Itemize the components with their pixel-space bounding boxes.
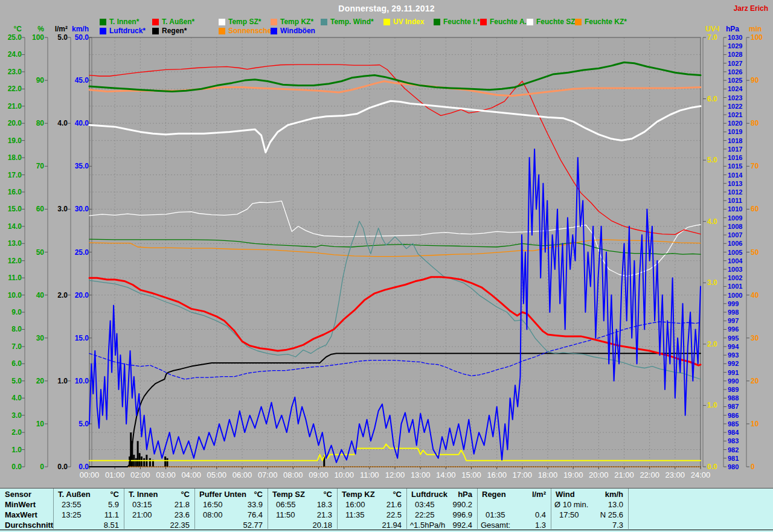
svg-text:60: 60	[751, 205, 759, 213]
svg-text:997: 997	[728, 317, 739, 324]
svg-text:1002: 1002	[728, 274, 742, 281]
svg-text:1027: 1027	[728, 60, 742, 67]
value: 33.9	[194, 500, 263, 510]
svg-text:998: 998	[728, 309, 739, 316]
svg-text:11.0: 11.0	[8, 274, 22, 282]
axis-unit-label: °C	[14, 25, 22, 33]
svg-text:30.0: 30.0	[75, 205, 89, 213]
svg-text:3.0: 3.0	[707, 278, 717, 287]
x-axis-tick-label: 19:00	[563, 470, 583, 479]
x-axis-tick-label: 11:00	[360, 470, 379, 479]
svg-text:70: 70	[36, 162, 45, 170]
x-axis-tick-label: 09:00	[309, 470, 329, 479]
value: 992.4	[406, 521, 472, 530]
legend-item-luftdruck-: Luftdruck*	[100, 27, 146, 34]
svg-text:1023: 1023	[728, 94, 742, 101]
svg-text:0: 0	[751, 463, 755, 471]
legend-item-label: Luftdruck*	[109, 27, 146, 35]
x-axis-tick-label: 22:00	[640, 470, 659, 479]
svg-text:17.0: 17.0	[8, 171, 22, 179]
legend-swatch-icon	[575, 19, 582, 25]
svg-text:12.0: 12.0	[8, 257, 22, 265]
svg-text:10.0: 10.0	[8, 291, 22, 300]
legend-item-feuchte-kz-: Feuchte KZ*	[575, 18, 627, 25]
svg-text:20.0: 20.0	[8, 119, 22, 127]
x-axis-tick-label: 13:00	[411, 470, 431, 479]
svg-text:35.0: 35.0	[75, 162, 89, 170]
row-header: MinWert	[5, 500, 36, 510]
svg-text:1017: 1017	[728, 146, 742, 153]
x-axis-tick-label: 17:00	[513, 470, 533, 479]
sensor-unit: °C	[124, 490, 190, 499]
svg-text:1003: 1003	[728, 266, 742, 273]
svg-text:22.0: 22.0	[8, 85, 22, 93]
x-axis-tick-label: 01:00	[105, 470, 125, 479]
legend-item-label: Feuchte SZ*	[536, 18, 578, 26]
svg-text:5.0: 5.0	[707, 156, 717, 164]
x-axis-tick-label: 06:00	[233, 470, 252, 479]
x-axis-tick-label: 21:00	[614, 470, 634, 479]
x-axis-tick-label: 07:00	[258, 470, 278, 479]
svg-text:18.0: 18.0	[8, 153, 22, 162]
svg-text:989: 989	[728, 386, 739, 393]
stats-table: SensorMinWertMaxWertDurchschnittT. Außen…	[0, 488, 773, 532]
svg-text:1.0: 1.0	[707, 401, 717, 409]
svg-text:3.0: 3.0	[11, 411, 22, 420]
legend-swatch-icon	[100, 28, 106, 34]
svg-text:16.0: 16.0	[8, 188, 22, 196]
svg-text:990: 990	[728, 377, 739, 385]
legend-item-temp-sz-: Temp SZ*	[219, 18, 261, 25]
svg-text:19.0: 19.0	[8, 136, 22, 145]
svg-text:991: 991	[728, 369, 739, 376]
svg-text:993: 993	[728, 351, 739, 359]
svg-text:1012: 1012	[728, 188, 742, 196]
x-axis-tick-label: 08:00	[283, 470, 303, 479]
x-axis-tick-label: 00:00	[80, 470, 100, 479]
svg-text:70: 70	[751, 162, 759, 170]
svg-text:6.0: 6.0	[11, 359, 22, 368]
sensor-unit: l/m²	[477, 490, 546, 499]
legend-item-windböen: Windböen	[271, 27, 315, 34]
svg-text:3.0: 3.0	[57, 205, 68, 213]
sensor-unit: hPa	[406, 490, 472, 499]
svg-text:0: 0	[40, 463, 44, 471]
legend-item-t-innen-: T. Innen*	[100, 18, 139, 25]
legend-swatch-icon	[527, 19, 533, 25]
legend-item-feuchte-sz-: Feuchte SZ*	[527, 18, 578, 25]
svg-text:60: 60	[36, 205, 45, 213]
x-axis-tick-label: 12:00	[385, 470, 405, 479]
svg-text:1026: 1026	[728, 68, 742, 75]
svg-text:1029: 1029	[728, 42, 742, 50]
svg-text:992: 992	[728, 360, 739, 367]
svg-text:5.0: 5.0	[57, 33, 68, 42]
legend-item-label: Feuchte A.*	[490, 18, 530, 26]
legend-item-feuchte-i-: Feuchte I.*	[434, 18, 480, 25]
svg-text:1007: 1007	[728, 231, 742, 239]
svg-text:999: 999	[728, 300, 739, 307]
x-axis-tick-label: 20:00	[589, 470, 609, 479]
svg-text:1000: 1000	[728, 292, 742, 299]
svg-text:90: 90	[36, 76, 45, 85]
svg-text:50: 50	[751, 248, 759, 257]
svg-text:1011: 1011	[728, 197, 742, 204]
legend-swatch-icon	[219, 28, 225, 34]
svg-text:1020: 1020	[728, 120, 742, 127]
svg-text:1.0: 1.0	[11, 446, 22, 454]
x-axis-tick-label: 10:00	[334, 470, 354, 479]
svg-text:980: 980	[728, 463, 739, 470]
legend-swatch-icon	[271, 28, 277, 34]
value: 52.77	[194, 521, 263, 530]
value: 20.18	[268, 521, 332, 530]
value: 21.94	[337, 521, 402, 530]
weather-app-window: Donnerstag, 29.11.2012 Jarz Erich 0.01.0…	[0, 0, 773, 532]
svg-text:25.0: 25.0	[8, 33, 22, 42]
x-axis-tick-label: 16:00	[487, 470, 507, 479]
svg-text:100: 100	[32, 33, 44, 42]
svg-text:0.0: 0.0	[11, 463, 22, 471]
svg-text:4.0: 4.0	[11, 394, 22, 402]
svg-text:10.0: 10.0	[75, 377, 89, 385]
svg-text:0.0: 0.0	[57, 463, 68, 471]
svg-text:24.0: 24.0	[8, 50, 22, 59]
svg-text:994: 994	[728, 343, 739, 350]
legend-item-temp-wind-: Temp. Wind*	[321, 18, 374, 25]
